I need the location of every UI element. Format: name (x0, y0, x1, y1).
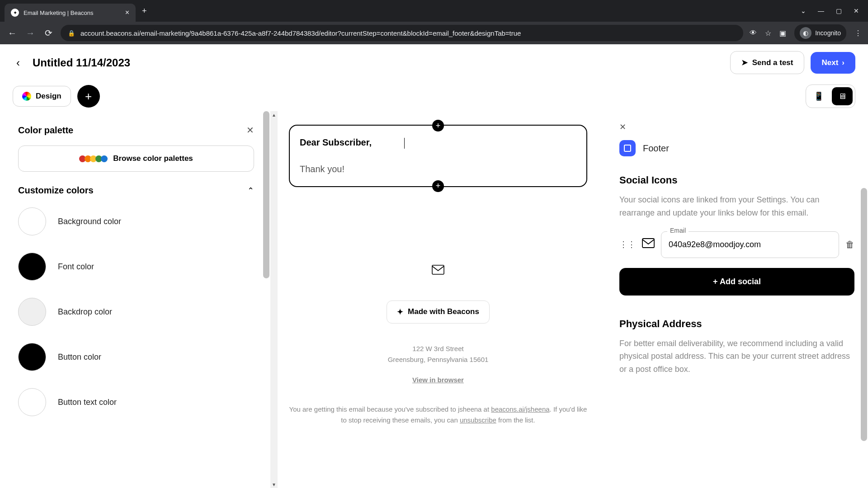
profile-link[interactable]: beacons.ai/jsheena (491, 405, 549, 413)
button-text-color-row[interactable]: Button text color (18, 388, 254, 416)
add-block-below-button[interactable]: + (432, 180, 444, 192)
main-layout: Color palette ✕ Browse color palettes Cu… (0, 111, 868, 488)
close-panel-icon[interactable]: ✕ (246, 125, 254, 136)
chevron-down-icon[interactable]: ⌄ (801, 7, 806, 14)
drag-handle-icon[interactable]: ⋮⋮ (619, 239, 636, 249)
next-label: Next (821, 58, 838, 67)
browse-palettes-button[interactable]: Browse color palettes (18, 145, 254, 172)
delete-icon[interactable]: 🗑 (845, 239, 854, 250)
color-swatch (18, 298, 46, 326)
url-text: account.beacons.ai/email-marketing/9a4b8… (80, 29, 521, 37)
color-swatch (18, 207, 46, 235)
beacons-logo-icon: ✦ (397, 307, 403, 317)
close-right-panel-icon[interactable]: ✕ (619, 122, 626, 132)
browser-tab[interactable]: ✦ Email Marketing | Beacons × (5, 4, 136, 22)
extension-icon[interactable]: ▣ (779, 29, 786, 38)
back-button[interactable]: ‹ (13, 53, 24, 73)
desktop-view-button[interactable]: 🖥 (832, 87, 853, 105)
customize-colors-header[interactable]: Customize colors ⌃ (18, 185, 254, 196)
unsubscribe-link[interactable]: unsubscribe (460, 416, 496, 424)
email-footer-preview: ✦ Made with Beacons 122 W 3rd Street Gre… (289, 264, 587, 426)
send-icon: ➤ (741, 58, 748, 67)
window-controls: ⌄ — ▢ ✕ (801, 7, 868, 14)
made-with-label: Made with Beacons (408, 307, 479, 316)
tab-title: Email Marketing | Beacons (24, 9, 121, 16)
add-social-button[interactable]: + Add social (619, 268, 854, 296)
view-toggle: 📱 🖥 (806, 84, 855, 108)
browse-palettes-label: Browse color palettes (113, 154, 193, 163)
background-color-row[interactable]: Background color (18, 207, 254, 235)
font-color-row[interactable]: Font color (18, 253, 254, 281)
email-disclaimer: You are getting this email because you'v… (289, 404, 587, 426)
document-title: Untitled 11/14/2023 (33, 56, 130, 69)
social-icons-title: Social Icons (619, 174, 854, 186)
button-color-row[interactable]: Button color (18, 343, 254, 371)
address-line-1: 122 W 3rd Street (289, 343, 587, 354)
chevron-right-icon: › (842, 58, 844, 67)
email-text-block[interactable]: + Dear Subscriber, Thank you! + (289, 125, 587, 187)
footer-block-label: Footer (643, 143, 669, 154)
palette-dots-icon (79, 155, 108, 162)
footer-block-icon (619, 140, 636, 156)
close-tab-icon[interactable]: × (125, 9, 129, 17)
color-swatch (18, 343, 46, 371)
toolbar: Design + 📱 🖥 (0, 81, 868, 111)
url-box[interactable]: 🔒 account.beacons.ai/email-marketing/9a4… (61, 25, 743, 41)
email-body[interactable]: Thank you! (300, 164, 576, 174)
mobile-view-button[interactable]: 📱 (808, 87, 829, 105)
email-icon (642, 238, 655, 251)
physical-address-title: Physical Address (619, 318, 854, 330)
next-button[interactable]: Next › (811, 52, 855, 74)
color-label: Background color (58, 217, 121, 226)
left-panel: Color palette ✕ Browse color palettes Cu… (0, 111, 270, 488)
incognito-badge[interactable]: ◐ Incognito (794, 24, 846, 42)
view-in-browser-link[interactable]: View in browser (412, 376, 464, 384)
lock-icon: 🔒 (68, 30, 75, 37)
design-button[interactable]: Design (13, 86, 71, 107)
browser-tab-bar: ✦ Email Marketing | Beacons × + ⌄ — ▢ ✕ (0, 0, 868, 22)
close-window-icon[interactable]: ✕ (854, 7, 859, 14)
svg-rect-0 (432, 265, 444, 274)
email-input-label: Email (667, 227, 689, 234)
color-swatch (18, 253, 46, 281)
color-label: Button color (58, 352, 101, 362)
email-input[interactable] (661, 231, 839, 258)
scrollbar[interactable] (263, 111, 269, 278)
maximize-icon[interactable]: ▢ (836, 7, 842, 14)
social-icons-description: Your social icons are linked from your S… (619, 193, 854, 220)
back-icon[interactable]: ← (6, 28, 18, 38)
made-with-beacons-badge[interactable]: ✦ Made with Beacons (387, 300, 490, 324)
customize-colors-title: Customize colors (18, 185, 94, 196)
minimize-icon[interactable]: — (818, 7, 824, 14)
address-line-2: Greensburg, Pennsylvania 15601 (289, 354, 587, 365)
mobile-icon: 📱 (814, 91, 824, 101)
menu-icon[interactable]: ⋮ (854, 29, 862, 38)
reload-icon[interactable]: ⟳ (42, 28, 54, 38)
forward-icon[interactable]: → (24, 28, 36, 38)
incognito-label: Incognito (815, 29, 841, 37)
backdrop-color-row[interactable]: Backdrop color (18, 298, 254, 326)
desktop-icon: 🖥 (838, 92, 846, 101)
physical-address-description: For better email deliverability, we reco… (619, 337, 854, 376)
favicon: ✦ (11, 9, 19, 17)
text-cursor (404, 138, 405, 149)
new-tab-button[interactable]: + (142, 6, 147, 16)
footer-block-header: Footer (619, 140, 854, 156)
send-test-label: Send a test (752, 58, 793, 67)
address-bar: ← → ⟳ 🔒 account.beacons.ai/email-marketi… (0, 22, 868, 44)
right-panel: ✕ Footer Social Icons Your social icons … (606, 111, 868, 488)
add-block-button[interactable]: + (77, 85, 100, 108)
incognito-icon: ◐ (800, 27, 811, 39)
rainbow-icon (22, 92, 31, 101)
email-greeting[interactable]: Dear Subscriber, (300, 137, 576, 149)
star-icon[interactable]: ☆ (765, 29, 771, 38)
add-block-above-button[interactable]: + (432, 120, 444, 131)
scrollbar[interactable]: ▲ ▼ (270, 111, 278, 488)
chevron-up-icon: ⌃ (247, 186, 254, 196)
email-canvas: ▲ ▼ + Dear Subscriber, Thank you! + ✦ Ma… (270, 111, 606, 488)
eye-off-icon[interactable]: 👁 (750, 29, 757, 37)
send-test-button[interactable]: ➤ Send a test (730, 51, 805, 74)
mail-icon (432, 264, 444, 278)
svg-rect-1 (642, 239, 654, 248)
scrollbar[interactable] (861, 188, 867, 441)
